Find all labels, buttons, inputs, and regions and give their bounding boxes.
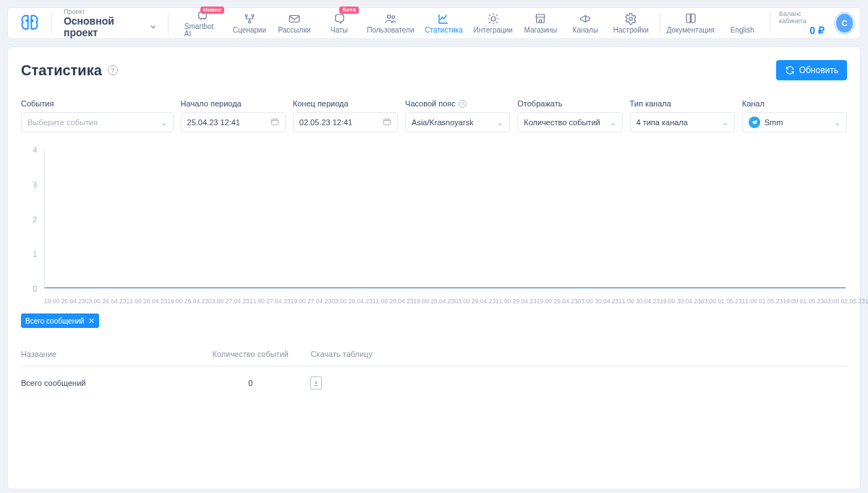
svg-point-11 xyxy=(629,17,633,21)
svg-rect-7 xyxy=(289,16,299,22)
x-tick: 11:00 30.04.23 xyxy=(618,298,660,305)
x-tick: 11:00 27.04.23 xyxy=(250,298,291,305)
nav-integrations[interactable]: Интеграции xyxy=(469,8,516,38)
divider xyxy=(168,12,169,34)
svg-point-8 xyxy=(387,15,391,19)
nav-chats[interactable]: БетаЧаты xyxy=(318,8,360,38)
scenarios-icon xyxy=(243,12,256,25)
series-chip[interactable]: Всего сообщений ✕ xyxy=(21,313,99,328)
info-icon[interactable]: ? xyxy=(459,100,467,108)
chart-x-axis: 19:00 25.04.2303:00 26.04.2311:00 26.04.… xyxy=(44,298,846,305)
svg-rect-13 xyxy=(384,119,391,125)
nav-stats[interactable]: Статистика xyxy=(421,8,467,38)
svg-rect-12 xyxy=(271,119,278,125)
y-tick: 1 xyxy=(21,250,41,258)
channel-select[interactable]: Smm ⌄ xyxy=(742,112,847,132)
x-tick: 03:00 02.05.23 xyxy=(824,298,865,305)
nav-label: Статистика xyxy=(425,27,463,34)
refresh-button[interactable]: Обновить xyxy=(776,60,847,80)
x-tick: 03:00 01.05.23 xyxy=(701,298,742,305)
nav-lang[interactable]: English xyxy=(719,8,765,38)
settings-icon xyxy=(624,12,637,25)
filter-events: События Выберите события ⌄ xyxy=(21,99,174,132)
nav-label: Магазины xyxy=(524,27,557,34)
close-icon[interactable]: ✕ xyxy=(88,316,95,326)
nav-mailings[interactable]: Рассылки xyxy=(273,8,315,38)
nav-docs[interactable]: Документация xyxy=(665,8,716,38)
start-date-input[interactable]: 25.04.23 12:41 xyxy=(181,112,286,132)
x-tick: 19:00 29.04.23 xyxy=(537,298,578,305)
summary-table: Название Количество событий Скачать табл… xyxy=(21,350,847,389)
info-icon[interactable]: ? xyxy=(108,65,118,75)
nav-label: Пользователи xyxy=(367,27,414,34)
chart-series-line xyxy=(45,287,846,288)
mailings-icon xyxy=(288,12,301,25)
calendar-icon xyxy=(383,117,391,127)
book-icon xyxy=(684,12,697,25)
chevron-down-icon: ⌄ xyxy=(722,118,728,127)
row-name: Всего сообщений xyxy=(21,379,190,387)
channels-icon xyxy=(579,12,592,25)
nav-users[interactable]: Пользователи xyxy=(363,8,418,38)
chevron-down-icon: ⌄ xyxy=(610,118,616,127)
project-name-text: Основной проект xyxy=(64,15,145,38)
download-xls-button[interactable] xyxy=(310,376,322,389)
integrations-icon xyxy=(487,12,500,25)
telegram-icon xyxy=(749,117,760,128)
chats-icon xyxy=(333,12,346,25)
stats-icon xyxy=(437,12,450,25)
filter-showmode: Отображать Количество событий ⌄ xyxy=(517,99,622,132)
end-date-input[interactable]: 02.05.23 12:41 xyxy=(293,112,398,132)
avatar[interactable]: С xyxy=(836,14,853,33)
nav-label: Smartbot AI xyxy=(184,23,221,38)
x-tick: 19:00 30.04.23 xyxy=(660,298,701,305)
x-tick: 12:00 02.05.23 xyxy=(865,298,868,305)
x-tick: 03:00 30.04.23 xyxy=(578,298,619,305)
nav-scenarios[interactable]: Сценарии xyxy=(229,8,271,38)
chevron-down-icon xyxy=(150,23,156,30)
header-right: Документация English Баланс кабинета 0 ₽… xyxy=(658,8,853,38)
x-tick: 03:00 28.04.23 xyxy=(331,298,373,305)
table-row: Всего сообщений0 xyxy=(21,366,847,389)
nav-stores[interactable]: Магазины xyxy=(519,8,561,38)
balance[interactable]: Баланс кабинета 0 ₽ xyxy=(775,8,829,38)
divider xyxy=(51,12,52,34)
divider xyxy=(660,12,660,34)
nav-label: Рассылки xyxy=(278,27,310,34)
x-tick: 19:00 26.04.23 xyxy=(167,298,208,305)
svg-point-0 xyxy=(27,20,28,22)
x-tick: 19:00 01.05.23 xyxy=(783,298,824,305)
chevron-down-icon: ⌄ xyxy=(161,118,167,127)
legend-chips: Всего сообщений ✕ xyxy=(21,313,847,328)
filter-timezone: Часовой пояс? Asia/Krasnoyarsk ⌄ xyxy=(405,99,510,132)
chevron-down-icon: ⌄ xyxy=(834,118,841,127)
badge: Бета xyxy=(339,7,358,14)
chevron-down-icon: ⌄ xyxy=(497,118,503,127)
page-title: Статистика ? xyxy=(21,62,118,79)
svg-point-9 xyxy=(392,16,395,19)
showmode-select[interactable]: Количество событий ⌄ xyxy=(517,112,622,132)
timezone-select[interactable]: Asia/Krasnoyarsk ⌄ xyxy=(405,112,510,132)
svg-point-6 xyxy=(248,21,250,23)
filter-start: Начало периода 25.04.23 12:41 xyxy=(181,99,286,132)
brand-logo[interactable] xyxy=(15,8,44,38)
events-select[interactable]: Выберите события ⌄ xyxy=(21,112,174,132)
chart-plot-area xyxy=(44,150,846,289)
chart: 01234 19:00 25.04.2303:00 26.04.2311:00 … xyxy=(21,150,847,309)
x-tick: 11:00 26.04.23 xyxy=(126,298,167,305)
filter-end: Конец периода 02.05.23 12:41 xyxy=(293,99,398,132)
balance-label: Баланс кабинета xyxy=(779,10,825,25)
balance-value: 0 ₽ xyxy=(809,25,825,36)
x-tick: 11:00 28.04.23 xyxy=(373,298,414,305)
channel-type-select[interactable]: 4 типа канала ⌄ xyxy=(630,112,735,132)
nav-settings[interactable]: Настройки xyxy=(609,8,652,38)
users-icon xyxy=(384,12,397,25)
nav-label: Интеграции xyxy=(474,27,513,34)
nav-channels[interactable]: Каналы xyxy=(564,8,606,38)
badge: Новое xyxy=(200,7,224,14)
y-tick: 0 xyxy=(21,285,41,293)
project-label: Проект xyxy=(64,9,156,15)
project-selector[interactable]: Проект Основной проект xyxy=(59,8,161,38)
nav-smartbot[interactable]: НовоеSmartbot AI xyxy=(180,8,226,38)
table-header: Название Количество событий Скачать табл… xyxy=(21,350,847,366)
